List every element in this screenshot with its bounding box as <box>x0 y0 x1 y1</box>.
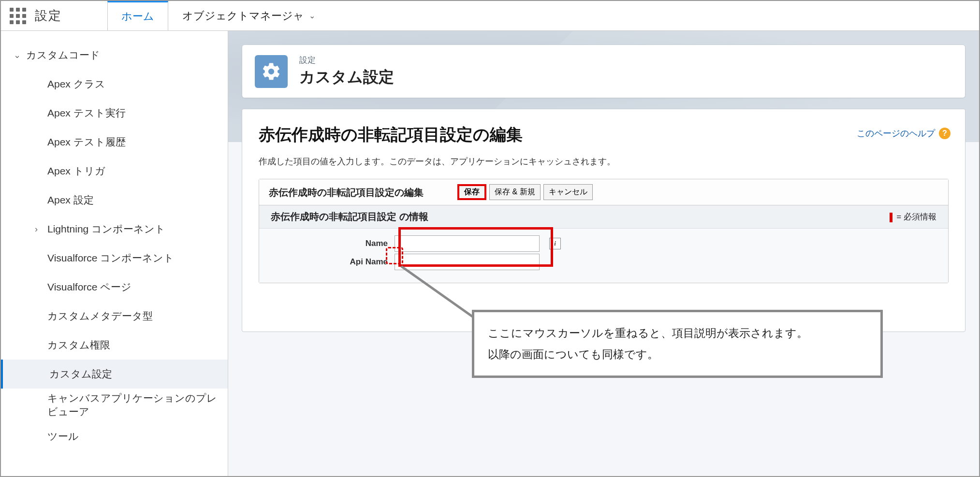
sidebar-item-custom-settings[interactable]: カスタム設定 <box>1 360 228 389</box>
sidebar-item-label: Apex トリガ <box>47 164 105 178</box>
sidebar-item-label: カスタムメタデータ型 <box>47 309 153 323</box>
gear-icon <box>255 55 288 88</box>
content-panel: 赤伝作成時の非転記項目設定の編集 このページのヘルプ ? 作成した項目の値を入力… <box>242 109 965 332</box>
sidebar-item-label: カスタム権限 <box>47 338 110 352</box>
chevron-down-icon: ⌄ <box>14 49 26 61</box>
api-name-label: Api Name <box>259 257 395 267</box>
setup-label: 設定 <box>35 1 107 30</box>
sidebar-item-label: Apex 設定 <box>47 193 94 207</box>
section-title: 赤伝作成時の非転記項目設定 の情報 <box>271 210 428 223</box>
pointer-marker <box>386 247 403 264</box>
sidebar-item-custom-code[interactable]: ⌄ カスタムコード <box>1 41 228 70</box>
help-link-label: このページのヘルプ <box>857 128 935 139</box>
chevron-down-icon: ⌄ <box>309 11 315 20</box>
page-header: 設定 カスタム設定 <box>242 44 965 98</box>
sidebar-item[interactable]: Apex テスト履歴 <box>1 128 228 157</box>
sidebar-item-label: Visualforce ページ <box>47 280 132 294</box>
sidebar-item-label: キャンバスアプリケーションのプレビューア <box>47 391 219 419</box>
sidebar-item-label: Lightning コンポーネント <box>47 222 165 236</box>
sidebar-item[interactable]: Apex クラス <box>1 70 228 99</box>
help-link[interactable]: このページのヘルプ ? <box>857 128 951 139</box>
sidebar-item[interactable]: キャンバスアプリケーションのプレビューア <box>1 389 228 422</box>
annotation-callout: ここにマウスカーソルを重ねると、項目説明が表示されます。 以降の画面についても同… <box>472 310 883 378</box>
page-title: カスタム設定 <box>299 67 394 88</box>
app-launcher-icon[interactable] <box>1 1 35 30</box>
sidebar-item[interactable]: Visualforce ページ <box>1 273 228 302</box>
page-description: 作成した項目の値を入力します。このデータは、アプリケーションにキャッシュされます… <box>259 156 949 167</box>
sidebar-item-label: ツール <box>47 430 79 443</box>
save-and-new-button[interactable]: 保存 & 新規 <box>489 184 541 200</box>
main: 設定 カスタム設定 赤伝作成時の非転記項目設定の編集 このページのヘルプ ? 作… <box>228 31 979 476</box>
chevron-right-icon: › <box>35 223 47 235</box>
edit-block-title: 赤伝作成時の非転記項目設定の編集 <box>269 186 457 199</box>
name-label: Name <box>259 239 395 248</box>
content-title: 赤伝作成時の非転記項目設定の編集 <box>259 124 949 146</box>
save-button[interactable]: 保存 <box>457 184 486 200</box>
required-bar-icon <box>890 213 892 222</box>
info-icon[interactable]: i <box>549 238 561 249</box>
topbar: 設定 ホーム オブジェクトマネージャ ⌄ <box>1 1 979 31</box>
required-note-label: = 必須情報 <box>896 212 936 221</box>
sidebar-item-label: カスタム設定 <box>49 367 112 381</box>
help-icon: ? <box>939 128 951 139</box>
svg-line-0 <box>401 266 474 318</box>
sidebar-item-label: カスタムコード <box>26 48 100 62</box>
tab-object-manager-label: オブジェクトマネージャ <box>182 9 304 23</box>
sidebar-item[interactable]: Apex 設定 <box>1 186 228 215</box>
sidebar-item[interactable]: Visualforce コンポーネント <box>1 244 228 273</box>
callout-line <box>396 264 479 327</box>
name-input[interactable] <box>395 235 540 252</box>
breadcrumb: 設定 <box>299 55 394 66</box>
cancel-button[interactable]: キャンセル <box>543 184 593 200</box>
sidebar-item[interactable]: ツール <box>1 422 228 451</box>
annotation-line: ここにマウスカーソルを重ねると、項目説明が表示されます。 <box>488 323 867 344</box>
tab-home-label: ホーム <box>121 9 154 24</box>
required-note: = 必須情報 <box>890 211 936 222</box>
sidebar-item[interactable]: カスタムメタデータ型 <box>1 302 228 331</box>
sidebar-item[interactable]: ›Lightning コンポーネント <box>1 215 228 244</box>
annotation-line: 以降の画面についても同様です。 <box>488 344 867 365</box>
sidebar-item[interactable]: Apex テスト実行 <box>1 99 228 128</box>
edit-block: 赤伝作成時の非転記項目設定の編集 保存 保存 & 新規 キャンセル 赤伝作成時の… <box>259 179 949 283</box>
sidebar-item[interactable]: Apex トリガ <box>1 157 228 186</box>
sidebar: ⌄ カスタムコード Apex クラス Apex テスト実行 Apex テスト履歴… <box>1 31 228 476</box>
sidebar-item-label: Visualforce コンポーネント <box>47 251 174 265</box>
tab-object-manager[interactable]: オブジェクトマネージャ ⌄ <box>168 1 329 30</box>
sidebar-item[interactable]: カスタム権限 <box>1 331 228 360</box>
sidebar-item-label: Apex テスト履歴 <box>47 135 126 149</box>
sidebar-item-label: Apex テスト実行 <box>47 106 126 120</box>
tab-home[interactable]: ホーム <box>107 1 168 30</box>
sidebar-item-label: Apex クラス <box>47 77 105 91</box>
